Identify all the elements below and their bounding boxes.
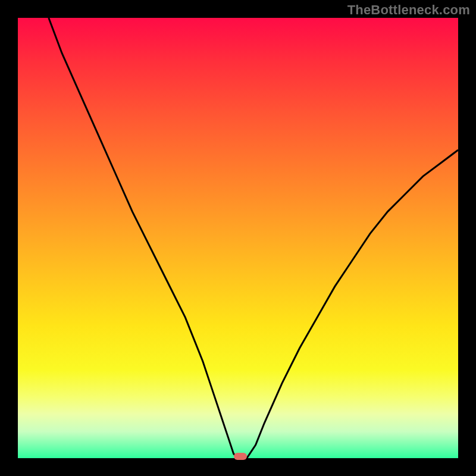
curve-svg xyxy=(18,18,458,458)
watermark-text: TheBottleneck.com xyxy=(347,2,470,18)
plot-area xyxy=(18,18,458,458)
bottleneck-curve xyxy=(49,18,458,458)
minimum-marker xyxy=(234,453,247,460)
chart-frame: TheBottleneck.com xyxy=(0,0,476,476)
